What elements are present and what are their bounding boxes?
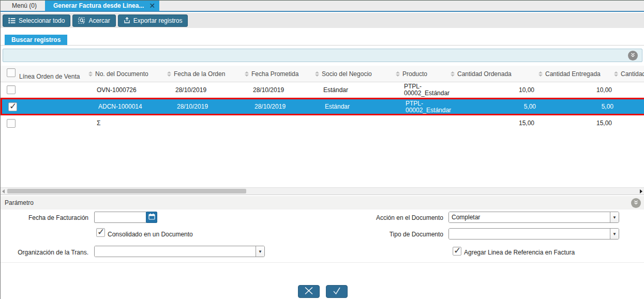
chevron-down-icon[interactable]: ▼ xyxy=(256,246,264,257)
add-ref-line-checkbox[interactable] xyxy=(453,247,461,256)
check-icon xyxy=(332,287,341,296)
trx-org-label: Organización de la Trans. xyxy=(1,249,88,256)
column-header-product[interactable]: Producto xyxy=(396,66,451,82)
column-header-promised-date[interactable]: Fecha Prometida xyxy=(245,66,315,82)
close-tab-icon[interactable]: ✕ xyxy=(149,2,155,9)
search-records-label: Buscar registros xyxy=(11,36,61,43)
double-chevron-down-icon xyxy=(630,52,636,59)
collapse-parameters-button[interactable] xyxy=(631,198,641,208)
sort-icon[interactable] xyxy=(614,71,618,77)
scroll-left-icon[interactable] xyxy=(2,189,5,193)
window-tab-bar: Menú (0) Generar Factura desde Linea... … xyxy=(1,1,644,12)
column-header-doc-no[interactable]: No. del Documento xyxy=(88,66,167,82)
column-header-qty-delivered[interactable]: Cantidad Entregada xyxy=(538,66,614,82)
tab-menu[interactable]: Menú (0) xyxy=(4,1,45,11)
consolidate-checkbox[interactable] xyxy=(96,228,105,237)
cancel-button[interactable] xyxy=(298,285,320,298)
scrollbar-thumb[interactable] xyxy=(7,189,246,193)
row-checkbox[interactable] xyxy=(7,119,16,128)
scroll-right-icon[interactable] xyxy=(640,189,642,193)
select-all-button[interactable]: Seleccionar todo xyxy=(3,14,70,27)
x-icon xyxy=(304,287,313,296)
list-icon xyxy=(8,18,16,24)
sort-icon[interactable] xyxy=(167,71,171,77)
sort-icon[interactable] xyxy=(538,71,543,77)
collapse-search-button[interactable] xyxy=(628,51,638,61)
tab-generate-invoice[interactable]: Generar Factura desde Linea... ✕ xyxy=(45,1,159,11)
results-table: Línea Orden de Venta No. del Documento F… xyxy=(1,66,644,185)
cell-order-date: 28/10/2019 xyxy=(167,82,245,97)
add-ref-line-label: Agregar Linea de Referencia en Factura xyxy=(464,249,630,256)
cell-sum-symbol: Σ xyxy=(88,115,167,131)
sort-icon[interactable] xyxy=(245,71,249,77)
export-icon xyxy=(124,17,130,24)
cell-product: PTPL-00002_Estándar xyxy=(396,82,451,97)
cell-order-date: 28/10/2019 xyxy=(169,99,246,114)
tab-search-records[interactable]: Buscar registros xyxy=(5,35,67,45)
doc-type-combobox[interactable]: ▼ xyxy=(448,228,619,240)
tab-generate-invoice-label: Generar Factura desde Linea... xyxy=(53,2,144,9)
doc-type-input[interactable] xyxy=(449,229,610,239)
tab-menu-label: Menú (0) xyxy=(12,2,37,9)
cell-promised-date: 28/10/2019 xyxy=(245,82,315,97)
cell-business-partner: Estándar xyxy=(317,99,397,114)
doc-action-label: Acción en el Documento xyxy=(311,214,443,221)
cell-qty-delivered: 10,00 xyxy=(538,82,614,97)
table-header-row: Línea Orden de Venta No. del Documento F… xyxy=(1,66,644,82)
trx-org-input[interactable] xyxy=(95,246,256,257)
cell-qty-ordered: 5,00 xyxy=(452,99,540,114)
cell-qty-delivered: 5,00 xyxy=(540,99,616,114)
calendar-button[interactable] xyxy=(146,212,157,223)
cell-qty-delivered-total: 15,00 xyxy=(538,115,614,131)
cell-doc-no: OVN-1000726 xyxy=(88,82,167,97)
form-divider xyxy=(1,262,644,263)
chevron-down-icon[interactable]: ▼ xyxy=(610,229,619,239)
column-header-business-partner[interactable]: Socio del Negocio xyxy=(315,66,396,82)
doc-type-label: Tipo de Documento xyxy=(311,231,443,238)
sort-icon[interactable] xyxy=(396,71,400,77)
parameter-title: Parámetro xyxy=(5,199,34,206)
export-records-label: Exportar registros xyxy=(133,17,183,24)
table-row-selected[interactable]: ADCN-1000014 28/10/2019 28/10/2019 Están… xyxy=(1,98,644,115)
invoice-date-input[interactable] xyxy=(94,212,146,223)
column-header-line[interactable]: Línea Orden de Venta xyxy=(19,66,88,82)
doc-action-input[interactable] xyxy=(449,212,610,222)
column-header-qty-ordered[interactable]: Cantidad Ordenada xyxy=(451,66,538,82)
calendar-icon xyxy=(148,213,155,221)
search-input[interactable] xyxy=(3,49,642,62)
search-field-wrap xyxy=(3,49,642,62)
row-checkbox[interactable] xyxy=(8,102,17,111)
export-records-button[interactable]: Exportar registros xyxy=(118,14,188,27)
tab-underline xyxy=(1,45,644,46)
sort-icon[interactable] xyxy=(88,71,93,77)
chevron-down-icon[interactable]: ▼ xyxy=(610,212,619,222)
process-dialog: Menú (0) Generar Factura desde Linea... … xyxy=(0,0,644,299)
parameter-panel-header: Parámetro xyxy=(1,196,644,210)
cell-qty-ordered-total: 15,00 xyxy=(451,115,538,131)
doc-action-combobox[interactable]: ▼ xyxy=(448,212,619,223)
sort-icon[interactable] xyxy=(451,71,455,77)
table-row[interactable]: OVN-1000726 28/10/2019 28/10/2019 Estánd… xyxy=(1,82,644,98)
invoice-date-label: Fecha de Facturación xyxy=(1,214,88,221)
column-header-order-date[interactable]: Fecha de la Orden xyxy=(167,66,245,82)
sort-icon[interactable] xyxy=(315,71,319,77)
cell-qty-ordered: 10,00 xyxy=(451,82,538,97)
zoom-label: Acercar xyxy=(88,17,110,24)
select-all-rows-checkbox[interactable] xyxy=(7,68,16,77)
trx-org-combobox[interactable]: ▼ xyxy=(94,246,265,257)
cell-product: PTPL-00002_Estándar xyxy=(397,99,452,114)
cell-doc-no: ADCN-1000014 xyxy=(90,99,169,114)
zoom-button[interactable]: Acercar xyxy=(72,14,115,27)
cell-business-partner: Estándar xyxy=(315,82,396,97)
column-header-qty-invoiced[interactable]: Cantidad Facturada xyxy=(614,66,644,82)
confirm-button[interactable] xyxy=(326,285,348,298)
select-all-label: Seleccionar todo xyxy=(19,17,65,24)
consolidate-label: Consolidado en un Documento xyxy=(108,231,263,238)
horizontal-scrollbar[interactable] xyxy=(1,187,644,195)
double-chevron-down-icon xyxy=(633,199,639,207)
table-row-sum[interactable]: Σ 15,00 15,00 xyxy=(1,115,644,131)
magnifier-icon xyxy=(78,17,85,24)
row-checkbox[interactable] xyxy=(7,85,16,94)
cell-promised-date: 28/10/2019 xyxy=(246,99,317,114)
toolbar: Seleccionar todo Acercar Exportar regist… xyxy=(1,13,644,28)
